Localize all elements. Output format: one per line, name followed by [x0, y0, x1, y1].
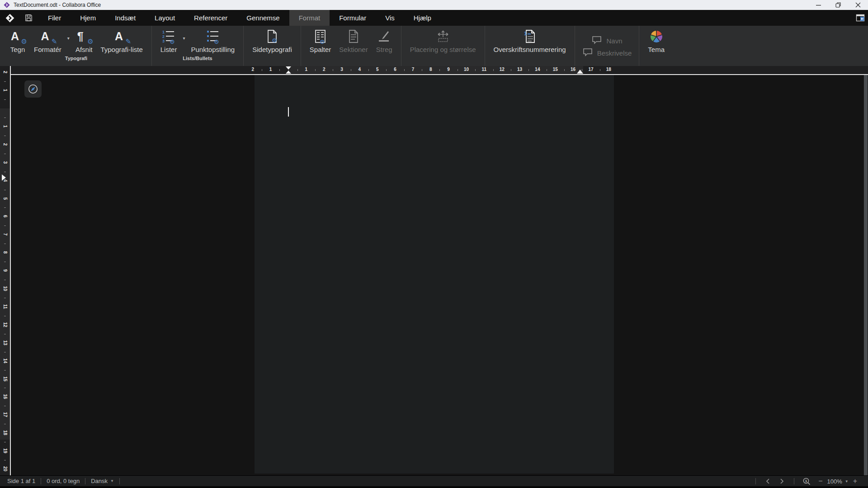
ruler-number: 19 — [3, 447, 8, 455]
ruler-tick — [422, 69, 422, 71]
scrollbar-thumb[interactable] — [864, 75, 868, 475]
character-button[interactable]: A⚙ Tegn — [5, 28, 30, 54]
toolbar-group-lists: 1 2 3 ⚙ Lister ▾ — [151, 26, 243, 66]
first-line-indent-marker[interactable] — [286, 66, 291, 70]
save-button[interactable] — [19, 10, 38, 26]
chevron-down-icon: ▼ — [110, 479, 114, 483]
description-button[interactable]: Beskrivelse — [580, 47, 635, 59]
position-size-button[interactable]: Placering og størrelse — [406, 28, 480, 54]
ruler-tick — [458, 69, 458, 71]
menu-item-format[interactable]: Format — [289, 10, 330, 26]
zoom-out-button[interactable]: − — [814, 477, 827, 485]
ruler-number: 5 — [374, 67, 381, 72]
document-page[interactable] — [255, 75, 614, 474]
ruler-number: 2 — [3, 69, 8, 76]
document-view[interactable] — [11, 75, 863, 475]
ruler-tick — [493, 69, 494, 71]
ruler-number: 11 — [481, 67, 488, 72]
page-style-button[interactable]: ⚙ Sidetypografi — [248, 28, 296, 54]
ruler-tick — [4, 388, 6, 388]
menu-item-layout[interactable]: Layout — [145, 10, 184, 26]
sidebar-toggle-button[interactable] — [854, 12, 866, 24]
menu-item-filer[interactable]: Filer — [38, 10, 71, 26]
section-page-icon — [345, 28, 362, 45]
ruler-number: 7 — [3, 231, 8, 238]
chapter-numbering-button[interactable]: 1 Overskriftsnummerering — [490, 28, 570, 54]
ruler-number: 2 — [249, 67, 256, 72]
ruler-number: 14 — [534, 67, 541, 72]
bullets-button[interactable]: ⚙ Punktopstilling — [187, 28, 239, 54]
svg-text:3: 3 — [162, 39, 165, 43]
lists-dropdown-arrow-icon[interactable]: ▾ — [181, 36, 187, 41]
bottom-edge — [0, 486, 868, 488]
sections-button[interactable]: Sektioner — [335, 28, 372, 54]
ruler-number: 8 — [427, 67, 434, 72]
ruler-tick — [4, 424, 6, 424]
ruler-tick — [4, 136, 6, 136]
svg-text:⚙: ⚙ — [320, 38, 325, 45]
letter-a-pencil-icon: A✎ — [113, 28, 130, 45]
format-dropdown-arrow-icon[interactable]: ▾ — [66, 36, 71, 41]
vertical-ruler[interactable]: 211234567891011121314151617181920 — [0, 66, 10, 475]
letter-a-gear-icon: A⚙ — [9, 28, 26, 45]
previous-page-button[interactable] — [761, 478, 775, 484]
separator — [755, 478, 756, 484]
menu-item-hjem[interactable]: Hjem — [71, 10, 105, 26]
ruler-tick — [4, 442, 6, 442]
menu-item-referencer[interactable]: Referencer — [184, 10, 237, 26]
toolbar-group-position: Placering og størrelse — [401, 26, 485, 66]
menu-item-indsaet[interactable]: Indsæt — [105, 10, 145, 26]
language-selector[interactable]: Dansk ▼ — [91, 478, 114, 484]
style-list-button[interactable]: A✎ Typografi-liste — [96, 28, 146, 54]
ruler-tick — [4, 154, 6, 154]
ruler-number: 6 — [392, 67, 399, 72]
zoom-in-button[interactable]: + — [849, 477, 862, 485]
navigator-button[interactable] — [24, 80, 42, 98]
color-pinwheel-icon — [648, 28, 665, 45]
ruler-tick — [4, 406, 6, 406]
menu-item-gennemse[interactable]: Gennemse — [237, 10, 289, 26]
ruler-number: 10 — [3, 285, 8, 292]
ruler-tick — [582, 69, 582, 71]
minimize-button[interactable] — [808, 0, 828, 10]
collabora-logo-icon[interactable] — [0, 10, 19, 26]
svg-text:⚙: ⚙ — [214, 38, 219, 45]
ruler-number: 14 — [3, 357, 8, 364]
hanging-indent-marker[interactable] — [286, 70, 291, 74]
ruler-number: 15 — [3, 375, 8, 382]
ruler-number: 2 — [321, 67, 328, 72]
ruler-tick — [4, 207, 6, 208]
zoom-mode-button[interactable]: 1 — [800, 477, 814, 486]
paragraph-button[interactable]: ¶⚙ Afsnit — [71, 28, 97, 54]
lists-button[interactable]: 1 2 3 ⚙ Lister — [156, 28, 181, 54]
ruler-tick — [262, 69, 262, 71]
columns-gear-icon: ⚙ — [312, 28, 329, 45]
columns-button[interactable]: ⚙ Spalter — [306, 28, 335, 54]
zoom-level[interactable]: 100% ▼ — [827, 478, 848, 485]
word-count[interactable]: 0 ord, 0 tegn — [47, 478, 80, 484]
close-button[interactable] — [848, 0, 868, 10]
restore-button[interactable] — [828, 0, 848, 10]
toolbar-group-pagestyle: ⚙ Sidetypografi — [243, 26, 301, 66]
menu-item-hjaelp[interactable]: Hjælp — [404, 10, 441, 26]
separator — [85, 478, 85, 484]
format-character-button[interactable]: A✎ Formatér — [30, 28, 66, 54]
menu-item-vis[interactable]: Vis — [376, 10, 404, 26]
speech-bubble-icon — [591, 35, 602, 45]
horizontal-ruler[interactable]: 21123456789101112131415161718 — [11, 66, 868, 74]
menu-item-formular[interactable]: Formular — [330, 10, 376, 26]
vertical-scrollbar[interactable] — [863, 75, 868, 475]
window-controls — [808, 0, 868, 10]
next-page-button[interactable] — [775, 478, 788, 484]
page-count[interactable]: Side 1 af 1 — [7, 478, 35, 484]
ruler-tick — [4, 99, 6, 100]
line-button[interactable]: Streg — [372, 28, 396, 54]
menu-bar: Filer Hjem Indsæt Layout Referencer Genn… — [0, 10, 868, 26]
ruler-tick — [4, 460, 6, 460]
collabora-logo-icon — [4, 2, 10, 8]
name-button[interactable]: Navn — [589, 34, 625, 47]
ruler-number: 16 — [3, 393, 8, 400]
group-label-lists: Lists/Bullets — [183, 56, 212, 62]
ruler-number: 3 — [3, 159, 8, 166]
theme-button[interactable]: Tema — [644, 28, 669, 54]
